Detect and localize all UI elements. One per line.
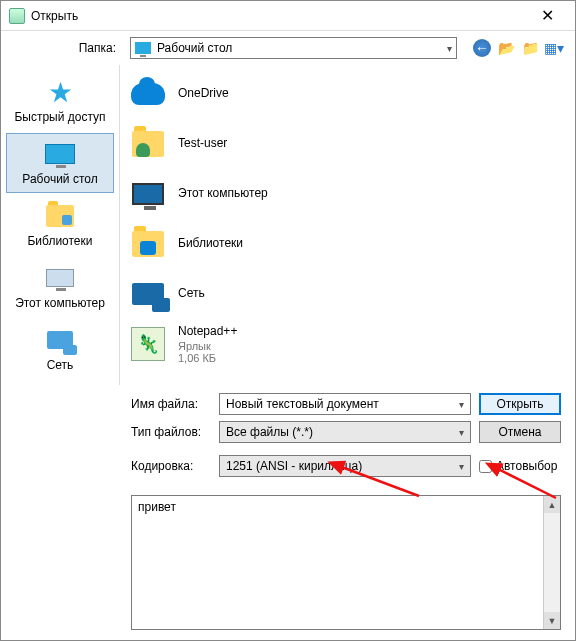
sidebar-label: Библиотеки [27, 234, 92, 248]
libraries-folder-icon [132, 231, 164, 257]
filename-value: Новый текстовый документ [226, 397, 379, 411]
open-button[interactable]: Открыть [479, 393, 561, 415]
main-area: ★ Быстрый доступ Рабочий стол Библиотеки… [1, 65, 575, 385]
sidebar-item-thispc[interactable]: Этот компьютер [6, 257, 114, 317]
dialog-title: Открыть [31, 9, 527, 23]
libraries-icon [46, 205, 74, 227]
pc-icon [46, 269, 74, 287]
sidebar-label: Этот компьютер [15, 296, 105, 310]
monitor-icon [45, 144, 75, 164]
file-label: Test-user [178, 136, 227, 152]
star-icon: ★ [48, 76, 73, 109]
file-label: Notepad++ [178, 324, 237, 340]
sidebar-item-libraries[interactable]: Библиотеки [6, 195, 114, 255]
file-label: Сеть [178, 286, 205, 302]
file-item-libraries[interactable]: Библиотеки [120, 219, 575, 269]
file-item-network[interactable]: Сеть [120, 269, 575, 319]
chevron-down-icon: ▾ [459, 461, 464, 472]
file-label: Этот компьютер [178, 186, 268, 202]
up-folder-icon[interactable]: 📂 [497, 39, 515, 57]
encoding-combo[interactable]: 1251 (ANSI - кириллица) ▾ [219, 455, 471, 477]
back-icon[interactable]: ← [473, 39, 491, 57]
encoding-label: Кодировка: [131, 459, 211, 473]
file-size: 1,06 КБ [178, 352, 237, 364]
autodetect-checkbox[interactable]: Автовыбор [479, 459, 561, 473]
file-item-notepadpp[interactable]: 🦎 Notepad++ Ярлык 1,06 КБ [120, 319, 575, 369]
filetype-combo[interactable]: Все файлы (*.*) ▾ [219, 421, 471, 443]
network-pc-icon [132, 283, 164, 305]
filetype-label: Тип файлов: [131, 425, 211, 439]
file-label: Библиотеки [178, 236, 243, 252]
sidebar-label: Рабочий стол [22, 172, 97, 186]
user-folder-icon [132, 131, 164, 157]
folder-label: Папка: [71, 41, 116, 55]
filename-label: Имя файла: [131, 397, 211, 411]
network-icon [47, 331, 73, 349]
pc-icon [132, 183, 164, 205]
chevron-down-icon: ▾ [459, 427, 464, 438]
sidebar-item-network[interactable]: Сеть [6, 319, 114, 379]
file-label: OneDrive [178, 86, 229, 102]
places-sidebar: ★ Быстрый доступ Рабочий стол Библиотеки… [1, 65, 119, 385]
chevron-down-icon: ▾ [447, 43, 452, 54]
onedrive-icon [131, 83, 165, 105]
scroll-up-icon[interactable]: ▲ [544, 496, 560, 513]
bottom-panel: Имя файла: Новый текстовый документ ▾ От… [1, 385, 575, 491]
sidebar-item-quickaccess[interactable]: ★ Быстрый доступ [6, 71, 114, 131]
file-list[interactable]: OneDrive Test-user Этот компьютер Библио… [119, 65, 575, 385]
filetype-value: Все файлы (*.*) [226, 425, 313, 439]
file-sublabel: Ярлык [178, 340, 237, 352]
folder-value: Рабочий стол [157, 41, 232, 55]
filename-input[interactable]: Новый текстовый документ ▾ [219, 393, 471, 415]
autodetect-label: Автовыбор [496, 459, 557, 473]
autodetect-input[interactable] [479, 460, 492, 473]
scroll-down-icon[interactable]: ▼ [544, 612, 560, 629]
file-item-onedrive[interactable]: OneDrive [120, 69, 575, 119]
toolbar-icons: ← 📂 📁 ▦▾ [473, 39, 563, 57]
close-button[interactable]: ✕ [527, 2, 567, 30]
app-icon [9, 8, 25, 24]
cancel-button[interactable]: Отмена [479, 421, 561, 443]
encoding-value: 1251 (ANSI - кириллица) [226, 459, 362, 473]
view-menu-icon[interactable]: ▦▾ [545, 39, 563, 57]
scrollbar[interactable]: ▲ ▼ [543, 496, 560, 629]
notepadpp-icon: 🦎 [131, 327, 165, 361]
file-item-thispc[interactable]: Этот компьютер [120, 169, 575, 219]
desktop-icon [135, 42, 151, 54]
folder-row: Папка: Рабочий стол ▾ ← 📂 📁 ▦▾ [1, 31, 575, 65]
folder-combo[interactable]: Рабочий стол ▾ [130, 37, 457, 59]
file-item-user[interactable]: Test-user [120, 119, 575, 169]
sidebar-label: Быстрый доступ [14, 110, 105, 124]
sidebar-label: Сеть [47, 358, 74, 372]
chevron-down-icon: ▾ [459, 399, 464, 410]
sidebar-item-desktop[interactable]: Рабочий стол [6, 133, 114, 193]
preview-text: привет [138, 500, 176, 514]
new-folder-icon[interactable]: 📁 [521, 39, 539, 57]
titlebar: Открыть ✕ [1, 1, 575, 31]
preview-box[interactable]: привет ▲ ▼ [131, 495, 561, 630]
